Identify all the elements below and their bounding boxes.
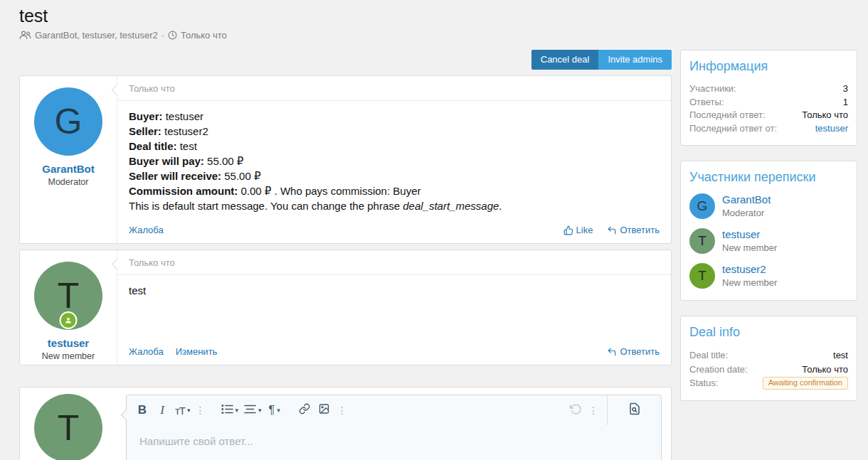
chevron-down-icon: ▾	[235, 407, 239, 414]
reply-icon	[607, 225, 617, 235]
message-content-cell: Только что test Жалоба Изменить	[117, 250, 671, 365]
avatar-garantbot[interactable]: G	[689, 193, 715, 219]
chevron-down-icon: ▾	[258, 407, 262, 414]
avatar-current-user[interactable]: T	[34, 394, 102, 460]
avatar-testuser2[interactable]: T	[689, 263, 715, 289]
insert-image-button[interactable]	[314, 399, 334, 422]
cancel-deal-button[interactable]: Cancel deal	[531, 50, 599, 70]
participants-list[interactable]: GarantBot, testuser, testuser2	[35, 30, 158, 41]
message-timestamp-link[interactable]: Только что	[117, 250, 671, 275]
message-footer: Жалоба Изменить Ответить	[117, 341, 671, 365]
avatar-testuser[interactable]: T	[689, 228, 715, 254]
message-card-garantbot: G GarantBot Moderator Только что Buyer: …	[19, 75, 672, 244]
online-status-icon	[61, 313, 76, 328]
info-row: Последний ответ от: testuser	[689, 122, 848, 136]
like-button[interactable]: Like	[563, 225, 593, 235]
report-link[interactable]: Жалоба	[129, 225, 164, 235]
participant-row: T testuser New member	[689, 228, 848, 254]
deal-info-row: Deal title: test	[689, 348, 848, 363]
participant-name-link[interactable]: testuser	[722, 228, 777, 241]
thread-meta: GarantBot, testuser, testuser2 · Только …	[19, 30, 858, 41]
message-timestamp-link[interactable]: Только что	[117, 76, 671, 101]
participant-title: New member	[722, 277, 777, 288]
participant-title: New member	[722, 242, 777, 253]
edit-link[interactable]: Изменить	[176, 346, 218, 357]
info-row: Участники: 3	[689, 82, 848, 96]
conversation-main-column: Cancel deal Invite admins G GarantBot Mo…	[19, 50, 672, 460]
reply-icon	[607, 347, 617, 357]
deal-status-row: Status: Awaiting confirmation	[689, 376, 848, 390]
message-line: Seller: testuser2	[129, 124, 660, 139]
paragraph-format-button[interactable]: ¶▾	[265, 399, 285, 422]
message-author-cell: T testuser New member	[20, 250, 117, 365]
last-reply-user-link[interactable]: testuser	[815, 122, 848, 136]
info-panel: Информация Участники: 3 Ответы: 1 Послед…	[680, 50, 857, 146]
author-name-link[interactable]: testuser	[20, 337, 117, 349]
avatar-garantbot[interactable]: G	[34, 87, 102, 156]
participant-row: G GarantBot Moderator	[689, 193, 848, 219]
status-badge: Awaiting confirmation	[763, 377, 848, 390]
font-size-button[interactable]: тT▾	[172, 399, 193, 422]
info-row: Ответы: 1	[689, 96, 848, 109]
deal-info-panel: Deal info Deal title: test Creation date…	[680, 316, 857, 401]
link-icon	[299, 403, 310, 417]
message-line: Commission amount: 0.00 ₽ . Who pays com…	[129, 183, 660, 198]
participants-panel: Участники переписки G GarantBot Moderato…	[680, 161, 857, 301]
thread-actions: Cancel deal Invite admins	[19, 50, 672, 70]
page-title: test	[19, 0, 858, 26]
participants-panel-title: Участники переписки	[689, 170, 848, 185]
reply-input[interactable]: Напишите свой ответ...	[127, 425, 661, 457]
chevron-down-icon: ▾	[187, 407, 190, 414]
info-panel-title: Информация	[689, 59, 848, 74]
list-icon	[221, 404, 233, 417]
participant-title: Moderator	[722, 208, 771, 218]
participant-row: T testuser2 New member	[689, 263, 848, 289]
thumb-up-icon	[563, 225, 573, 235]
reply-author-cell: T	[20, 387, 117, 460]
italic-button[interactable]: I	[152, 399, 172, 422]
conversation-page: test GarantBot, testuser, testuser2 · То…	[0, 0, 868, 460]
insert-link-button[interactable]	[295, 399, 314, 422]
align-icon	[244, 404, 256, 417]
invite-admins-button[interactable]: Invite admins	[598, 50, 672, 70]
participant-name-link[interactable]: GarantBot	[722, 193, 771, 206]
message-author-cell: G GarantBot Moderator	[20, 76, 117, 243]
preview-button[interactable]	[607, 395, 661, 425]
image-icon	[318, 403, 330, 417]
editor-toolbar: B I тT▾ ⋮	[127, 395, 661, 425]
editor-cell: B I тT▾ ⋮	[117, 387, 671, 460]
message-content-cell: Только что Buyer: testuserSeller: testus…	[117, 76, 671, 243]
reply-button[interactable]: Ответить	[607, 346, 660, 357]
align-button[interactable]: ▾	[241, 399, 265, 422]
info-row: Последний ответ: Только что	[689, 109, 848, 122]
reply-editor-card: T B I тT▾ ⋮	[19, 387, 672, 460]
preview-icon	[628, 402, 641, 418]
report-link[interactable]: Жалоба	[129, 346, 164, 357]
rich-text-editor: B I тT▾ ⋮	[126, 395, 662, 460]
undo-icon	[570, 403, 582, 418]
message-line: Seller will receive: 55.00 ₽	[129, 169, 660, 183]
author-title: Moderator	[20, 177, 117, 187]
message-footer: Жалоба Like	[117, 219, 671, 243]
message-line: This is default start message. You can c…	[129, 198, 660, 213]
message-line: Buyer: testuser	[129, 109, 660, 124]
chevron-down-icon: ▾	[277, 407, 280, 414]
message-line: Buyer will pay: 55.00 ₽	[129, 154, 660, 169]
message-card-testuser: T testuser New member Только что test	[19, 250, 672, 365]
more-editor-options-button[interactable]: ⋮	[586, 399, 601, 422]
more-format-options-button[interactable]: ⋮	[193, 399, 208, 422]
message-body: Buyer: testuserSeller: testuser2Deal tit…	[117, 101, 671, 219]
author-name-link[interactable]: GarantBot	[20, 163, 117, 175]
more-insert-options-button[interactable]: ⋮	[334, 399, 350, 422]
undo-button[interactable]	[566, 399, 586, 422]
participant-name-link[interactable]: testuser2	[722, 263, 777, 276]
participants-icon	[19, 31, 31, 40]
reply-button[interactable]: Ответить	[607, 225, 660, 235]
deal-info-row: Creation date: Только что	[689, 363, 848, 377]
thread-created-time: Только что	[181, 30, 227, 41]
list-button[interactable]: ▾	[218, 399, 242, 422]
deal-info-panel-title: Deal info	[689, 325, 848, 340]
sidebar: Информация Участники: 3 Ответы: 1 Послед…	[680, 50, 857, 460]
bold-button[interactable]: B	[132, 399, 152, 422]
clock-icon	[168, 31, 177, 40]
